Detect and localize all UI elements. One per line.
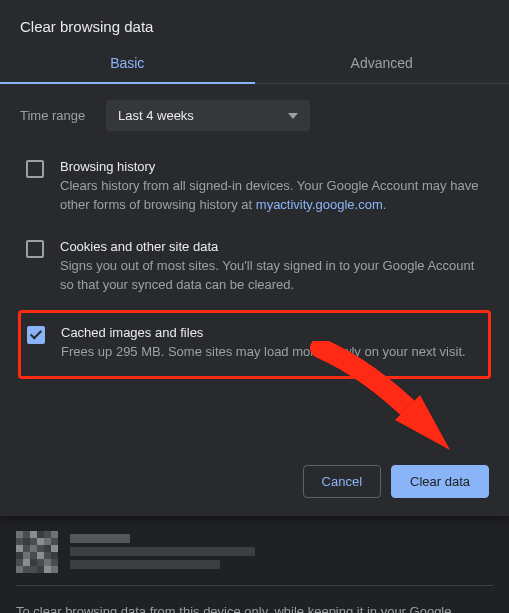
- option-cookies: Cookies and other site data Signs you ou…: [20, 229, 489, 309]
- dialog-footer: Cancel Clear data: [0, 451, 509, 516]
- dialog-tabs: Basic Advanced: [0, 45, 509, 84]
- time-range-select[interactable]: Last 4 weeks: [106, 100, 310, 131]
- chevron-down-icon: [288, 113, 298, 119]
- cancel-button[interactable]: Cancel: [303, 465, 381, 498]
- sign-out-note: To clear browsing data from this device …: [16, 586, 493, 613]
- checkbox-cached-images[interactable]: [27, 326, 45, 344]
- dialog-body: Time range Last 4 weeks Browsing history…: [0, 84, 509, 451]
- option-description: Clears history from all signed-in device…: [60, 177, 481, 215]
- profile-text-pixelated: [70, 530, 493, 573]
- page-background-content: To clear browsing data from this device …: [0, 516, 509, 613]
- tab-advanced[interactable]: Advanced: [255, 45, 510, 83]
- option-title: Browsing history: [60, 159, 481, 174]
- option-cached-images: Cached images and files Frees up 295 MB.…: [18, 310, 491, 379]
- myactivity-link[interactable]: myactivity.google.com: [256, 197, 383, 212]
- option-description: Frees up 295 MB. Some sites may load mor…: [61, 343, 480, 362]
- tab-basic[interactable]: Basic: [0, 45, 255, 83]
- clear-data-button[interactable]: Clear data: [391, 465, 489, 498]
- time-range-value: Last 4 weeks: [118, 108, 194, 123]
- time-range-label: Time range: [20, 108, 90, 123]
- options-list: Browsing history Clears history from all…: [20, 149, 489, 379]
- option-title: Cached images and files: [61, 325, 480, 340]
- profile-row-obscured: [16, 516, 493, 586]
- checkbox-browsing-history[interactable]: [26, 160, 44, 178]
- dialog-title: Clear browsing data: [0, 0, 509, 45]
- checkbox-cookies[interactable]: [26, 240, 44, 258]
- avatar-pixelated: [16, 531, 58, 573]
- option-title: Cookies and other site data: [60, 239, 481, 254]
- option-browsing-history: Browsing history Clears history from all…: [20, 149, 489, 229]
- clear-browsing-data-dialog: Clear browsing data Basic Advanced Time …: [0, 0, 509, 516]
- option-description: Signs you out of most sites. You'll stay…: [60, 257, 481, 295]
